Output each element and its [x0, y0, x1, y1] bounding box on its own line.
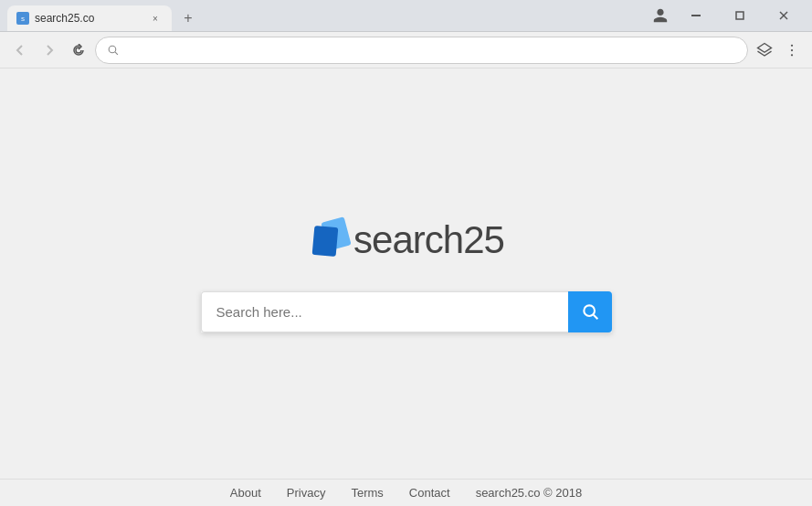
new-tab-button[interactable]: +	[175, 5, 201, 31]
footer-copyright: search25.co © 2018	[476, 486, 583, 500]
search-input[interactable]	[201, 291, 568, 332]
footer-privacy-link[interactable]: Privacy	[287, 486, 326, 500]
forward-button[interactable]	[37, 37, 62, 63]
svg-line-5	[115, 52, 118, 55]
footer: About Privacy Terms Contact search25.co …	[0, 479, 812, 506]
footer-about-link[interactable]: About	[230, 486, 261, 500]
svg-rect-0	[691, 15, 701, 16]
close-window-button[interactable]	[763, 0, 805, 32]
page-content: search25	[0, 69, 812, 479]
svg-point-9	[791, 54, 793, 56]
svg-marker-6	[758, 43, 772, 52]
window-controls	[648, 0, 805, 32]
svg-point-7	[791, 44, 793, 46]
toolbar-actions	[752, 37, 805, 63]
minimize-button[interactable]	[675, 0, 717, 32]
svg-line-13	[593, 315, 597, 320]
titlebar: s search25.co × +	[0, 0, 812, 32]
footer-terms-link[interactable]: Terms	[351, 486, 383, 500]
svg-rect-1	[736, 12, 743, 19]
tab-title: search25.co	[35, 12, 142, 25]
search-form[interactable]	[201, 291, 612, 332]
url-input[interactable]	[126, 43, 736, 57]
tab-close-button[interactable]: ×	[148, 11, 163, 26]
address-bar[interactable]	[95, 37, 748, 64]
profile-button[interactable]	[648, 3, 673, 28]
logo-area: search25	[308, 216, 504, 266]
search-button-icon	[581, 302, 599, 321]
tab-favicon: s	[16, 12, 29, 25]
svg-rect-11	[312, 225, 339, 256]
back-button[interactable]	[7, 37, 33, 63]
svg-point-4	[109, 46, 116, 53]
search-button[interactable]	[568, 291, 612, 332]
browser-tab[interactable]: s search25.co ×	[7, 5, 172, 31]
svg-point-8	[791, 48, 793, 50]
svg-point-12	[584, 305, 595, 316]
tab-area: s search25.co × +	[7, 0, 642, 31]
logo-text: search25	[353, 218, 504, 262]
menu-button[interactable]	[779, 37, 805, 63]
address-search-icon	[107, 44, 119, 56]
refresh-button[interactable]	[66, 37, 91, 63]
footer-contact-link[interactable]: Contact	[409, 486, 450, 500]
logo-icon	[308, 216, 353, 266]
browser-toolbar	[0, 32, 812, 69]
layers-button[interactable]	[752, 37, 777, 63]
maximize-button[interactable]	[719, 0, 761, 32]
